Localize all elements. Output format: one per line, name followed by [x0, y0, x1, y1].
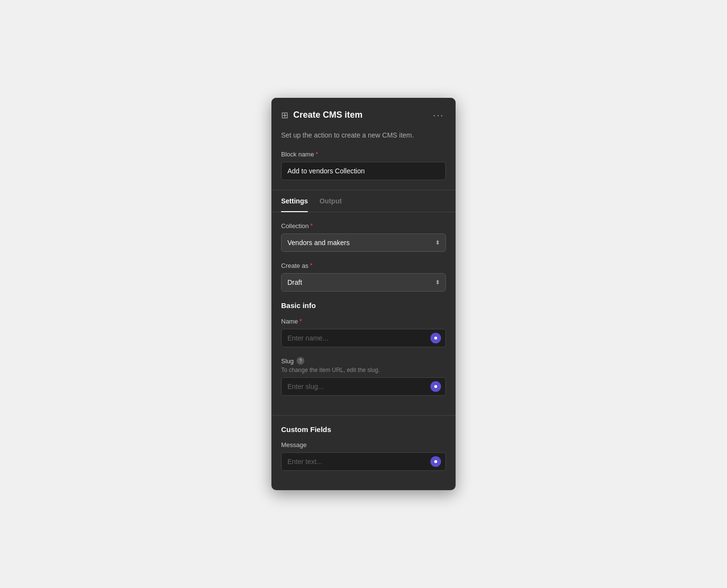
custom-fields-section: Custom Fields Message	[271, 415, 456, 490]
name-label: Name *	[281, 317, 446, 325]
slug-dynamic-button[interactable]	[430, 381, 441, 392]
message-dynamic-button[interactable]	[430, 456, 441, 467]
panel-header: ⊞ Create CMS item ···	[271, 98, 456, 130]
tab-output[interactable]: Output	[319, 190, 342, 212]
collection-label: Collection *	[281, 222, 446, 230]
slug-group: Slug ? To change the item URL, edit the …	[281, 357, 446, 396]
name-input[interactable]	[281, 329, 446, 347]
collection-group: Collection * Vendors and makers Products…	[281, 222, 446, 252]
slug-label-row: Slug ?	[281, 357, 446, 365]
name-input-wrapper	[281, 329, 446, 347]
tabs-bar: Settings Output	[271, 190, 456, 212]
create-as-group: Create as * Draft Published Staged ⬍	[281, 262, 446, 292]
cms-icon: ⊞	[281, 110, 288, 121]
slug-label: Slug	[281, 357, 294, 365]
collection-select-wrapper: Vendors and makers Products Blog Posts ⬍	[281, 233, 446, 252]
collection-required: *	[310, 222, 313, 230]
more-options-button[interactable]: ···	[431, 108, 446, 123]
create-as-required: *	[310, 262, 312, 269]
collection-select[interactable]: Vendors and makers Products Blog Posts	[281, 233, 446, 252]
slug-input-wrapper	[281, 377, 446, 396]
slug-hint: To change the item URL, edit the slug.	[281, 367, 446, 373]
block-name-input[interactable]	[281, 162, 446, 180]
message-group: Message	[281, 441, 446, 471]
name-dynamic-button[interactable]	[430, 333, 441, 343]
tabs-section: Settings Output Collection * Vendors and…	[271, 190, 456, 415]
required-indicator: *	[316, 150, 318, 158]
tab-settings[interactable]: Settings	[281, 190, 308, 212]
create-as-label: Create as *	[281, 262, 446, 269]
header-left: ⊞ Create CMS item	[281, 110, 363, 121]
settings-content: Collection * Vendors and makers Products…	[271, 212, 456, 415]
name-group: Name *	[281, 317, 446, 347]
panel-title: Create CMS item	[293, 110, 363, 120]
cms-item-panel: ⊞ Create CMS item ··· Set up the action …	[271, 98, 456, 490]
slug-help-icon[interactable]: ?	[297, 357, 304, 365]
block-name-label: Block name *	[281, 150, 446, 158]
slug-input[interactable]	[281, 377, 446, 396]
basic-info-section: Basic info Name * Slug ?	[281, 301, 446, 396]
block-name-section: Block name *	[271, 150, 456, 190]
custom-fields-title: Custom Fields	[281, 425, 446, 433]
message-input-wrapper	[281, 452, 446, 471]
message-label: Message	[281, 441, 446, 449]
create-as-select-wrapper: Draft Published Staged ⬍	[281, 273, 446, 292]
message-input[interactable]	[281, 452, 446, 471]
name-required: *	[300, 317, 302, 325]
basic-info-title: Basic info	[281, 301, 446, 309]
panel-description: Set up the action to create a new CMS it…	[271, 130, 456, 150]
create-as-select[interactable]: Draft Published Staged	[281, 273, 446, 292]
